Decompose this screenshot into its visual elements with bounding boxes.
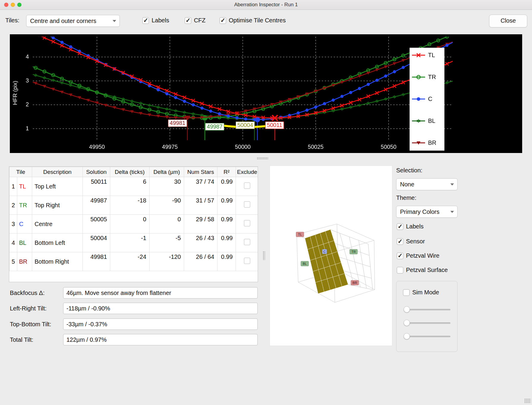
hfr-plot-canvas[interactable] [10,34,522,153]
selection-dropdown-value: None [396,179,457,190]
title-bar[interactable]: Aberration Inspector - Run 1 [0,0,532,10]
sim-slider-3[interactable] [404,333,450,340]
description-cell: Top Right [32,196,83,215]
r2-cell: 0.99 [217,177,236,196]
column-header[interactable]: Delta (µm) [150,167,184,177]
slider-track[interactable] [404,336,450,337]
svg-text:TR: TR [351,250,356,253]
checkbox-box[interactable] [397,253,403,259]
tile-chip-bl: BL [301,261,309,266]
exclude-cell [236,215,258,234]
delta-ticks-cell: -1 [110,234,150,252]
table-row[interactable]: 4BLBottom Left50004-1-526 / 430.99 [10,234,258,252]
delta-um-cell: -90 [150,196,184,215]
top-bottom-tilt-field[interactable]: -33µm / -0.37% [63,319,258,330]
description-cell: Centre [32,215,83,234]
exclude-checkbox[interactable] [244,183,250,189]
column-header[interactable]: Delta (ticks) [110,167,150,177]
left-right-tilt-field[interactable]: -118µm / -0.90% [63,303,258,314]
top-bottom-tilt-label: Top-Bottom Tilt: [10,321,63,328]
description-cell: Top Left [32,177,83,196]
solution-cell: 50011 [83,177,110,196]
solution-cell: 50004 [83,234,110,252]
table-row[interactable]: 2TRTop Right49987-18-9031 / 570.99 [10,196,258,215]
row-number-cell: 1 [10,177,17,196]
checkbox-box[interactable] [403,289,410,296]
petzval-surface-checkbox[interactable]: Petzval Surface [397,267,448,273]
slider-thumb[interactable] [404,333,410,339]
row-number-cell: 5 [10,252,17,271]
left-right-tilt-row: Left-Right Tilt: -118µm / -0.90% [10,302,258,314]
resize-grip[interactable] [524,398,531,403]
row-number-cell: 3 [10,215,17,234]
svg-text:TL: TL [298,233,302,236]
sim-slider-2[interactable] [404,320,450,326]
exclude-checkbox[interactable] [244,239,250,245]
checkbox-box[interactable] [397,267,403,273]
petzval-3d-view[interactable]: TL TR C BL BR [270,166,392,346]
hfr-chart [10,34,522,153]
sim-mode-checkbox[interactable]: Sim Mode [403,289,439,296]
slider-thumb[interactable] [404,320,410,326]
backfocus-field[interactable]: 46µm. Move sensor away from flattener [63,287,258,299]
theme-dropdown[interactable]: Primary Colors [396,206,458,218]
exclude-checkbox[interactable] [244,220,250,226]
slider-track[interactable] [404,322,450,324]
solution-cell: 49987 [83,196,110,215]
description-cell: Bottom Right [32,252,83,271]
delta-ticks-cell: 0 [110,215,150,234]
total-tilt-field[interactable]: 122µm / 0.97% [63,334,258,345]
sim-slider-1[interactable] [404,306,450,313]
sensor-checkbox[interactable]: Sensor [397,238,425,245]
left-right-tilt-label: Left-Right Tilt: [10,305,63,312]
checkbox-box[interactable] [220,17,226,24]
table-row[interactable]: 1TLTop Left5001163037 / 740.99 [10,177,258,196]
close-button[interactable]: Close [489,15,527,27]
labels-3d-checkbox[interactable]: Labels [397,223,424,230]
delta-um-cell: -120 [150,252,184,271]
labels-checkbox[interactable]: Labels [142,17,169,24]
checkbox-box[interactable] [397,238,403,245]
checkbox-box[interactable] [397,223,403,230]
num-stars-cell: 26 / 64 [184,252,217,271]
column-header[interactable]: Tile [10,167,32,177]
tile-table: TileDescriptionSolutionDelta (ticks)Delt… [9,167,258,271]
checkbox-box[interactable] [185,17,191,24]
num-stars-cell: 31 / 57 [184,196,217,215]
checkbox-label: CFZ [194,17,206,24]
checkbox-label: Petzval Wire [406,252,439,259]
column-header[interactable]: Exclude [236,167,258,177]
table-row[interactable]: 5BRBottom Right49981-24-12026 / 640.99 [10,252,258,271]
petzval-wire-checkbox[interactable]: Petzval Wire [397,252,439,259]
exclude-cell [236,177,258,196]
exclude-checkbox[interactable] [244,258,250,264]
checkbox-box[interactable] [142,17,149,24]
solution-cell: 49981 [83,252,110,271]
horizontal-splitter[interactable] [257,157,268,160]
optimise-tile-centres-checkbox[interactable]: Optimise Tile Centres [220,17,286,24]
total-tilt-label: Total Tilt: [10,336,63,343]
exclude-checkbox[interactable] [244,201,250,208]
num-stars-cell: 29 / 58 [184,215,217,234]
tile-chip-br: BR [351,280,359,285]
vertical-splitter[interactable] [263,251,265,260]
column-header[interactable]: Solution [83,167,110,177]
svg-text:C: C [323,250,326,253]
tile-table-container: TileDescriptionSolutionDelta (ticks)Delt… [9,166,258,282]
cfz-checkbox[interactable]: CFZ [185,17,206,24]
column-header[interactable]: Num Stars [184,167,217,177]
selection-dropdown[interactable]: None [396,178,458,190]
table-header: TileDescriptionSolutionDelta (ticks)Delt… [10,167,258,177]
column-header[interactable]: R² [217,167,236,177]
slider-thumb[interactable] [404,306,410,313]
column-header[interactable]: Description [32,167,83,177]
tiles-dropdown[interactable]: Centre and outer corners [26,15,120,27]
tile-chip-tr: TR [350,249,357,254]
table-row[interactable]: 3CCentre500050029 / 580.99 [10,215,258,234]
chevron-down-icon [113,20,116,22]
slider-track[interactable] [404,309,450,310]
aberration-inspector-window: Aberration Inspector - Run 1 Tiles: Cent… [0,0,532,405]
total-tilt-row: Total Tilt: 122µm / 0.97% [10,334,258,346]
tile-cell: TR [17,196,32,215]
delta-um-cell: 0 [150,215,184,234]
